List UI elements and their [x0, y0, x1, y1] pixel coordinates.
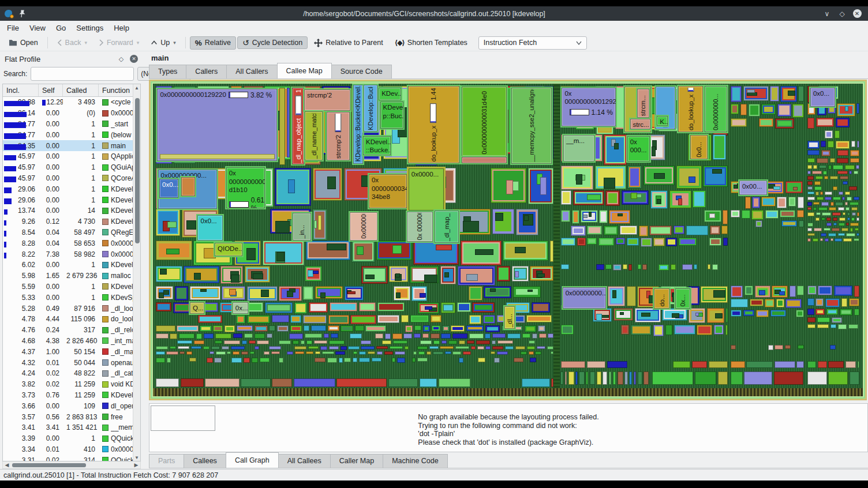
mosaic-block[interactable]	[755, 220, 762, 227]
mosaic-block[interactable]	[353, 358, 358, 362]
mosaic-block[interactable]	[718, 371, 728, 385]
column-header-incl[interactable]: Incl.	[3, 84, 39, 96]
mosaic-block[interactable]	[329, 340, 345, 344]
mosaic-block[interactable]	[624, 371, 627, 385]
mosaic-block[interactable]	[825, 192, 832, 195]
mosaic-block[interactable]	[740, 104, 747, 115]
mosaic-block[interactable]	[209, 351, 214, 355]
mosaic-block[interactable]	[215, 333, 231, 338]
mosaic-block[interactable]	[420, 340, 432, 344]
mosaic-block[interactable]	[156, 325, 175, 332]
mosaic-block[interactable]	[377, 302, 405, 311]
mosaic-block[interactable]	[233, 351, 240, 355]
mosaic-block[interactable]	[392, 358, 395, 363]
horizontal-scrollbar-handle[interactable]	[12, 463, 86, 467]
mosaic-block[interactable]	[829, 207, 836, 211]
mosaic-block[interactable]	[442, 325, 450, 332]
mosaic-block[interactable]	[759, 118, 773, 127]
mosaic-block[interactable]	[835, 130, 840, 138]
mosaic-block[interactable]	[478, 358, 485, 362]
mosaic-block[interactable]	[422, 333, 429, 338]
mosaic-block[interactable]	[846, 233, 855, 237]
mosaic-block[interactable]	[222, 286, 245, 300]
mosaic-block[interactable]	[613, 264, 621, 271]
float-dock-icon[interactable]: ◇	[117, 54, 126, 63]
mosaic-block[interactable]	[825, 298, 840, 307]
mosaic-block[interactable]	[694, 264, 697, 269]
mosaic-block[interactable]	[272, 378, 292, 387]
mosaic-block[interactable]	[439, 378, 470, 387]
mosaic-block[interactable]	[821, 217, 825, 221]
mosaic-block[interactable]	[709, 361, 728, 368]
mosaic-block[interactable]	[271, 351, 280, 355]
mosaic-block[interactable]	[353, 351, 357, 355]
callee-map[interactable]: 3.82 %0x0000000000129220_dl_map_object1.…	[149, 80, 867, 400]
mosaic-block[interactable]	[686, 226, 708, 235]
mosaic-block[interactable]	[669, 190, 691, 208]
treemap-block[interactable]	[181, 177, 194, 196]
mosaic-block[interactable]	[512, 266, 529, 281]
mosaic-block[interactable]	[237, 325, 253, 331]
mosaic-block[interactable]	[666, 238, 677, 246]
mosaic-block[interactable]	[627, 238, 639, 246]
mosaic-block[interactable]	[348, 346, 359, 350]
mosaic-block[interactable]	[344, 358, 351, 362]
mosaic-block[interactable]	[497, 351, 508, 355]
mosaic-block[interactable]	[537, 346, 546, 350]
mosaic-block[interactable]	[824, 176, 828, 179]
mosaic-block[interactable]	[156, 286, 173, 299]
mosaic-block[interactable]	[516, 209, 538, 236]
tab-callers[interactable]: Callers	[186, 65, 227, 78]
mosaic-block[interactable]	[731, 361, 744, 368]
mosaic-block[interactable]	[568, 371, 574, 385]
mosaic-block[interactable]	[837, 103, 855, 117]
treemap-block[interactable]: _dl_name_match_p1.04 %	[305, 111, 323, 160]
mosaic-block[interactable]	[843, 212, 846, 215]
mosaic-block[interactable]	[156, 209, 180, 236]
table-row[interactable]: 84.770.001_start	[3, 119, 140, 130]
mosaic-block[interactable]	[826, 309, 839, 315]
mosaic-block[interactable]	[807, 192, 814, 194]
mosaic-block[interactable]	[216, 351, 226, 355]
mosaic-block[interactable]	[329, 346, 339, 350]
mosaic-block[interactable]	[203, 346, 209, 350]
mosaic-block[interactable]	[413, 351, 417, 355]
mosaic-block[interactable]	[303, 286, 313, 300]
mosaic-block[interactable]	[426, 351, 431, 355]
mosaic-block[interactable]	[225, 325, 235, 332]
mosaic-block[interactable]	[359, 358, 370, 362]
event-type-combobox[interactable]: Instruction Fetch	[478, 36, 587, 50]
treemap-block[interactable]: strcm...	[637, 89, 649, 118]
up-button[interactable]: Up▾	[145, 36, 181, 49]
tab-source-code[interactable]: Source Code	[331, 65, 392, 78]
mosaic-block[interactable]	[265, 302, 293, 313]
mosaic-block[interactable]	[455, 346, 469, 349]
mosaic-block[interactable]	[472, 302, 494, 313]
mosaic-block[interactable]	[825, 238, 829, 242]
mosaic-block[interactable]	[331, 333, 338, 338]
mosaic-block[interactable]	[513, 286, 541, 298]
mosaic-block[interactable]	[561, 190, 571, 205]
mosaic-block[interactable]	[777, 197, 787, 208]
table-row[interactable]: 3.340.014100x0000000	[3, 444, 140, 455]
mosaic-block[interactable]	[401, 315, 409, 322]
mosaic-block[interactable]	[816, 118, 834, 127]
mosaic-block[interactable]	[817, 158, 828, 163]
mosaic-block[interactable]	[277, 325, 289, 332]
treemap-block[interactable]: 0x0...	[159, 179, 178, 198]
treemap-block[interactable]: 0x000...	[627, 136, 650, 162]
mosaic-block[interactable]	[834, 286, 852, 296]
mosaic-block[interactable]	[255, 333, 265, 338]
mosaic-block[interactable]	[813, 238, 818, 242]
mosaic-block[interactable]	[807, 186, 813, 190]
mosaic-block[interactable]	[807, 150, 820, 155]
mosaic-block[interactable]	[263, 241, 305, 265]
mosaic-block[interactable]	[350, 333, 362, 339]
mosaic-block[interactable]	[849, 298, 859, 306]
mosaic-block[interactable]	[653, 325, 664, 336]
mosaic-block[interactable]	[241, 351, 248, 355]
treemap-block[interactable]: 0x00000000001292201.14 %	[562, 88, 615, 126]
mosaic-block[interactable]	[643, 371, 649, 385]
mosaic-block[interactable]	[731, 345, 736, 350]
mosaic-block[interactable]	[761, 197, 775, 207]
